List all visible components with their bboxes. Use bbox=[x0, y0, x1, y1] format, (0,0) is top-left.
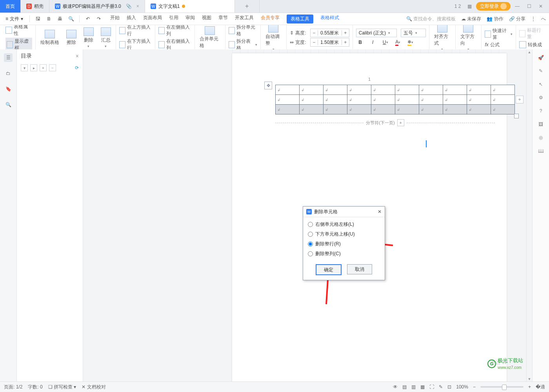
status-words[interactable]: 字数: 0 bbox=[28, 384, 42, 390]
menu-start[interactable]: 开始 bbox=[110, 15, 120, 24]
text-direction-button[interactable]: 文字方向▾ bbox=[459, 25, 478, 51]
outline-refresh-icon[interactable]: ⟳ bbox=[75, 65, 79, 71]
rocket-icon[interactable]: 🚀 bbox=[538, 55, 544, 60]
view-fullscreen-icon[interactable]: ⛶ bbox=[429, 384, 434, 390]
table-row[interactable]: ↲↲↲↲↲↲↲↲↲↲ bbox=[276, 85, 515, 95]
preview-icon[interactable]: 🔍 bbox=[67, 15, 75, 23]
close-window-button[interactable]: ✕ bbox=[536, 2, 546, 11]
layout-toggle-icon[interactable]: 1 2 bbox=[453, 2, 463, 11]
file-menu[interactable]: ≡ 文件 ▾ bbox=[3, 16, 25, 22]
tab-close-icon[interactable]: × bbox=[136, 4, 139, 9]
annotation-pen-icon[interactable]: ✎ bbox=[439, 384, 443, 390]
option-shift-left[interactable]: 右侧单元格左移(L) bbox=[308, 221, 380, 228]
dialog-close-icon[interactable]: ✕ bbox=[378, 209, 382, 214]
font-color-button[interactable]: A▾ bbox=[394, 38, 402, 47]
login-button[interactable]: 立即登录 bbox=[476, 2, 511, 11]
outline-close-icon[interactable]: × bbox=[76, 53, 79, 59]
menu-layout[interactable]: 页面布局 bbox=[143, 15, 162, 24]
menu-view[interactable]: 视图 bbox=[202, 15, 211, 24]
insert-col-left-button[interactable]: 在左侧插入列 bbox=[158, 25, 191, 37]
view-read-icon[interactable]: 👁 bbox=[393, 384, 398, 390]
col-width-input[interactable]: −1.50厘米+ bbox=[310, 38, 349, 47]
formula-button[interactable]: fx 公式 bbox=[485, 42, 512, 48]
menu-vip[interactable]: 会员专享 bbox=[261, 15, 280, 24]
outline-remove-icon[interactable]: − bbox=[49, 64, 56, 71]
bookmark-rail-icon[interactable]: 🔖 bbox=[4, 85, 13, 93]
menu-insert[interactable]: 插入 bbox=[127, 15, 136, 24]
zoom-value[interactable]: 100% bbox=[456, 384, 468, 390]
table-row-selected[interactable]: ↲↲↲↲↲↲↲↲↲↲ bbox=[276, 105, 515, 114]
menu-table-tools[interactable]: 表格工具 bbox=[287, 15, 313, 24]
tab-pin-icon[interactable]: 📎 bbox=[126, 4, 132, 9]
outline-collapse-icon[interactable]: ▾ bbox=[21, 64, 28, 71]
width-plus[interactable]: + bbox=[342, 40, 349, 45]
table-properties-button[interactable]: 表格属性 bbox=[5, 25, 32, 37]
dialog-titlebar[interactable]: W 删除单元格 ✕ bbox=[303, 207, 385, 217]
saveas-icon[interactable]: 🗎 bbox=[45, 15, 53, 23]
document-canvas[interactable]: 1 ✥ ↲↲↲↲↲↲↲↲↲↲ ↲↲↲↲↲↲↲↲↲↲ ↲↲↲↲↲↲↲↲↲↲ + 分… bbox=[83, 49, 526, 382]
underline-button[interactable]: U▾ bbox=[381, 38, 390, 47]
pen-icon[interactable]: ✎ bbox=[539, 68, 543, 74]
fit-width-icon[interactable]: ⊡ bbox=[447, 384, 451, 390]
menu-chapter[interactable]: 章节 bbox=[218, 15, 228, 24]
option-delete-row[interactable]: 删除整行(R) bbox=[308, 241, 380, 247]
italic-button[interactable]: I bbox=[369, 38, 377, 47]
option-shift-up[interactable]: 下方单元格上移(U) bbox=[308, 231, 380, 238]
print-icon[interactable]: 🖶 bbox=[56, 15, 64, 23]
scroll-down-icon[interactable]: ▼ bbox=[527, 376, 532, 382]
status-page[interactable]: 页面: 1/2 bbox=[4, 384, 22, 390]
align-button[interactable]: 对齐方式▾ bbox=[433, 25, 452, 51]
font-family-select[interactable]: Calibri (正文)▾ bbox=[356, 29, 397, 37]
coop-button[interactable]: 👥 协作 bbox=[487, 16, 503, 22]
show-gridlines-button[interactable]: 显示虚框 bbox=[5, 38, 32, 51]
tab-current-doc[interactable]: W文字文稿1 bbox=[145, 0, 235, 13]
table-move-handle-icon[interactable]: ✥ bbox=[264, 82, 272, 89]
zoom-in-icon[interactable]: + bbox=[528, 384, 531, 390]
split-table-button[interactable]: 拆分表格 ▾ bbox=[229, 38, 257, 51]
height-minus[interactable]: − bbox=[311, 30, 318, 36]
menu-table-style[interactable]: 表格样式 bbox=[320, 15, 339, 24]
ok-button[interactable]: 确定 bbox=[316, 264, 342, 275]
option-delete-col[interactable]: 删除整列(C) bbox=[308, 250, 380, 257]
maximize-button[interactable]: ☐ bbox=[524, 2, 534, 11]
minimize-button[interactable]: — bbox=[512, 2, 522, 11]
row-height-input[interactable]: −0.55厘米+ bbox=[310, 29, 349, 37]
undo-icon[interactable]: ↶ bbox=[84, 15, 92, 23]
autofit-button[interactable]: 自动调整▾ bbox=[264, 25, 284, 51]
more-menu-icon[interactable]: ⋮ bbox=[531, 16, 536, 22]
outline-rail-icon[interactable]: ☰ bbox=[4, 53, 13, 62]
convert-button[interactable]: 转换成 bbox=[519, 41, 544, 48]
eraser-button[interactable]: 擦除 bbox=[65, 30, 78, 46]
bold-button[interactable]: B bbox=[356, 38, 365, 47]
scroll-up-icon[interactable]: ▲ bbox=[527, 49, 532, 55]
best-fit-icon[interactable]: �適 bbox=[536, 384, 545, 390]
highlight-button[interactable]: ❄▾ bbox=[406, 38, 415, 47]
search-rail-icon[interactable]: 🔍 bbox=[4, 100, 13, 109]
insert-col-right-button[interactable]: 在右侧插入列 bbox=[158, 38, 191, 51]
zoom-out-icon[interactable]: − bbox=[473, 384, 476, 390]
summary-button[interactable]: 汇总▾ bbox=[99, 27, 113, 48]
app-grid-icon[interactable]: ▦ bbox=[464, 2, 474, 11]
tab-add[interactable]: + bbox=[235, 0, 260, 13]
insert-row-below-button[interactable]: 在下方插入行 bbox=[119, 38, 152, 51]
draw-table-button[interactable]: 绘制表格 bbox=[39, 30, 61, 46]
cancel-button[interactable]: 取消 bbox=[347, 264, 372, 274]
table-resize-handle-icon[interactable] bbox=[514, 114, 519, 118]
outline-add-icon[interactable]: + bbox=[40, 64, 47, 71]
fast-calc-button[interactable]: 快速计算▾ bbox=[485, 27, 512, 41]
redo-icon[interactable]: ↷ bbox=[95, 15, 103, 23]
table[interactable]: ✥ ↲↲↲↲↲↲↲↲↲↲ ↲↲↲↲↲↲↲↲↲↲ ↲↲↲↲↲↲↲↲↲↲ + bbox=[275, 85, 515, 114]
delete-button[interactable]: 删除▾ bbox=[82, 27, 95, 48]
view-outline-icon[interactable]: ▦ bbox=[420, 384, 425, 390]
outline-expand-icon[interactable]: ▸ bbox=[30, 64, 37, 71]
add-column-icon[interactable]: + bbox=[516, 96, 524, 103]
collapse-ribbon-icon[interactable]: へ bbox=[541, 16, 546, 22]
menu-devtools[interactable]: 开发工具 bbox=[235, 15, 254, 24]
help-icon[interactable]: ? bbox=[540, 108, 542, 114]
tab-daoke[interactable]: D稻壳 bbox=[21, 0, 49, 13]
share-button[interactable]: 🔗 分享 bbox=[509, 16, 525, 22]
status-spellcheck[interactable]: ❏ 拼写检查 ▾ bbox=[48, 384, 76, 390]
tab-pdf-manual[interactable]: W极速PDF编辑器用户手册3.0📎× bbox=[49, 0, 145, 13]
tab-home[interactable]: 首页 bbox=[0, 0, 21, 13]
settings-slider-icon[interactable]: ⚙ bbox=[539, 95, 543, 100]
